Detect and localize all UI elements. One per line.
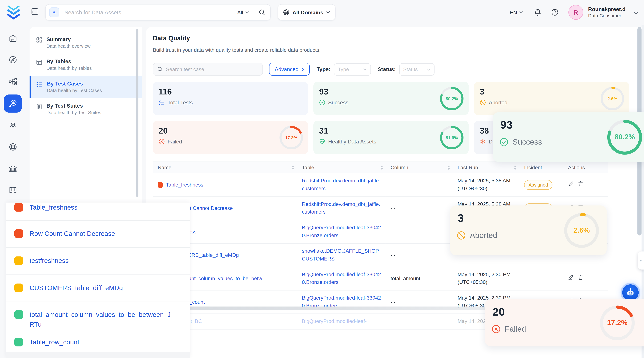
notifications-bell-icon[interactable] <box>534 9 541 16</box>
list-item[interactable]: Row Count Cannot Decrease <box>6 229 190 239</box>
column-header-name[interactable]: Name <box>153 162 297 173</box>
column-header-last-run[interactable]: Last Run <box>452 162 519 173</box>
column-header-table[interactable]: Table <box>297 162 386 173</box>
test-case-link[interactable]: Table_freshness <box>166 181 204 189</box>
stat-card-total-tests[interactable]: 116 Total Tests <box>153 82 308 115</box>
sort-icon[interactable] <box>292 165 294 170</box>
domains-dropdown[interactable]: All Domains <box>278 4 336 21</box>
status-filter-label: Status: <box>378 66 396 72</box>
user-menu[interactable]: Rounakpreet.d Data Consumer <box>588 6 626 19</box>
list-item[interactable]: Table_row_count <box>6 337 190 347</box>
app-window: Search for Data Assets All All Domains E… <box>0 0 644 358</box>
list-item[interactable]: total_amount_column_values_to_be_between… <box>6 310 190 329</box>
x-circle-icon <box>492 324 500 333</box>
column-header-actions: Actions <box>563 162 608 173</box>
datahub-logo-icon[interactable] <box>6 5 20 20</box>
sidebar-item-by-test-cases[interactable]: By Test Cases Data health by Test Cases <box>30 76 142 98</box>
chevron-down-icon <box>426 68 430 71</box>
nav-glossary-book-icon[interactable] <box>4 181 22 199</box>
list-item[interactable]: testfreshness <box>6 256 190 266</box>
nav-data-quality-icon[interactable] <box>4 94 22 112</box>
incident-badge[interactable]: Assigned <box>524 180 552 190</box>
stat-card-aborted[interactable]: 3 Aborted 2.6% <box>474 82 629 115</box>
table-icon <box>36 59 42 71</box>
table-link[interactable]: BigQueryProd.modified-leaf- <box>302 318 367 324</box>
page-title: Data Quality <box>153 35 644 42</box>
sidebar-item-by-tables[interactable]: By Tables Data health by Tables <box>30 54 142 76</box>
help-icon[interactable] <box>551 9 558 16</box>
search-icon[interactable] <box>259 9 265 16</box>
column-header-incident[interactable]: Incident <box>519 162 563 173</box>
slash-circle-icon <box>480 99 486 106</box>
type-filter-select[interactable]: Type <box>334 63 371 75</box>
ai-sparkle-icon[interactable] <box>49 7 59 17</box>
globe-icon <box>283 9 290 16</box>
table-link[interactable]: BigQueryProd.modified-leaf-330420.Bronze… <box>302 271 381 285</box>
edge-expand-handle[interactable]: « <box>638 251 644 270</box>
edit-icon[interactable] <box>568 181 574 187</box>
aborted-ring-large: 2.6% <box>563 211 600 249</box>
sort-icon[interactable] <box>514 165 516 170</box>
table-horizontal-scrollbar[interactable] <box>153 306 496 310</box>
failed-ring-large: 17.2% <box>598 304 636 342</box>
global-search[interactable]: Search for Data Assets All <box>45 4 271 21</box>
chevron-down-icon <box>363 68 366 71</box>
ai-assistant-button[interactable] <box>622 284 639 301</box>
nav-explore-compass-icon[interactable] <box>4 51 22 69</box>
sort-icon[interactable] <box>380 165 383 170</box>
table-link[interactable]: RedshiftProd.dev.demo_dbt_jaffle.custome… <box>302 201 380 215</box>
stat-card-healthy[interactable]: 31 Healthy Data Assets 81.6% <box>313 121 468 154</box>
delete-icon[interactable] <box>578 274 583 280</box>
stat-card-failed[interactable]: 20 Failed 17.2% <box>153 121 308 154</box>
column-header-column[interactable]: Column <box>386 162 452 173</box>
sidebar-item-subtitle: Data health by Test Cases <box>47 88 102 93</box>
table-link[interactable]: snowflake.DEMO.JAFFLE_SHOP.CUSTOMERS <box>302 248 380 262</box>
sidebar-item-summary[interactable]: Summary Data health overview <box>30 27 142 53</box>
filter-bar: Search test case Advanced Type: Type Sta… <box>153 63 644 76</box>
sidebar-item-title: By Test Suites <box>46 103 101 109</box>
robot-icon <box>625 287 636 298</box>
sidebar-item-by-test-suites[interactable]: By Test Suites Data health by Test Suite… <box>30 98 142 120</box>
nav-globe-icon[interactable] <box>4 138 22 156</box>
table-link[interactable]: BigQueryProd.modified-leaf-330420.Bronze… <box>302 225 381 238</box>
slash-circle-icon <box>457 231 466 240</box>
nav-rail <box>0 27 30 201</box>
table-row: total_amount_column_values_to_be_betw Bi… <box>153 267 608 290</box>
nav-governance-bank-icon[interactable] <box>4 160 22 178</box>
sidebar-toggle-icon[interactable] <box>31 8 38 17</box>
nav-lineage-icon[interactable] <box>4 73 22 91</box>
stat-card-success[interactable]: 93 Success 80.2% <box>313 82 468 115</box>
status-marker <box>14 283 23 292</box>
success-ring: 80.2% <box>439 86 464 111</box>
success-ring-large: 80.2% <box>606 118 644 156</box>
search-scope-dropdown[interactable]: All <box>237 9 249 15</box>
failed-ring: 17.2% <box>278 125 304 150</box>
nav-home-icon[interactable] <box>4 29 22 47</box>
status-marker <box>14 229 23 238</box>
table-link[interactable]: RedshiftProd.dev.demo_dbt_jaffle.custome… <box>302 178 380 191</box>
status-filter-select[interactable]: Status <box>399 63 434 75</box>
delete-icon[interactable] <box>578 181 583 187</box>
avatar[interactable]: R <box>568 5 583 20</box>
healthy-ring: 81.6% <box>439 125 464 150</box>
sidebar-item-subtitle: Data health by Test Suites <box>46 110 101 115</box>
nav-insights-bulb-icon[interactable] <box>4 116 22 134</box>
edit-icon[interactable] <box>568 274 574 280</box>
double-chevron-icon: « <box>638 258 644 263</box>
language-dropdown[interactable]: EN <box>510 9 523 15</box>
test-case-search-input[interactable]: Search test case <box>153 63 263 76</box>
panel-scrollbar[interactable] <box>136 29 138 197</box>
chevron-down-icon[interactable] <box>634 9 638 16</box>
status-marker <box>14 310 23 319</box>
list-item[interactable]: Table_freshness <box>6 203 190 212</box>
search-input[interactable]: Search for Data Assets <box>64 9 237 15</box>
list-item[interactable]: CUSTOMERS_table_diff_eMDg <box>6 283 190 293</box>
sort-icon[interactable] <box>447 165 450 170</box>
status-marker <box>14 338 23 346</box>
sidebar-item-subtitle: Data health by Tables <box>46 66 92 71</box>
advanced-filter-button[interactable]: Advanced <box>269 63 310 76</box>
test-case-link[interactable]: t_BC <box>190 318 202 325</box>
check-circle-icon <box>500 138 508 147</box>
zoom-overlay-test-list: Table_freshness Row Count Cannot Decreas… <box>6 203 190 358</box>
table-header-row: Name Table Column Last Run Incident Acti… <box>153 162 608 173</box>
